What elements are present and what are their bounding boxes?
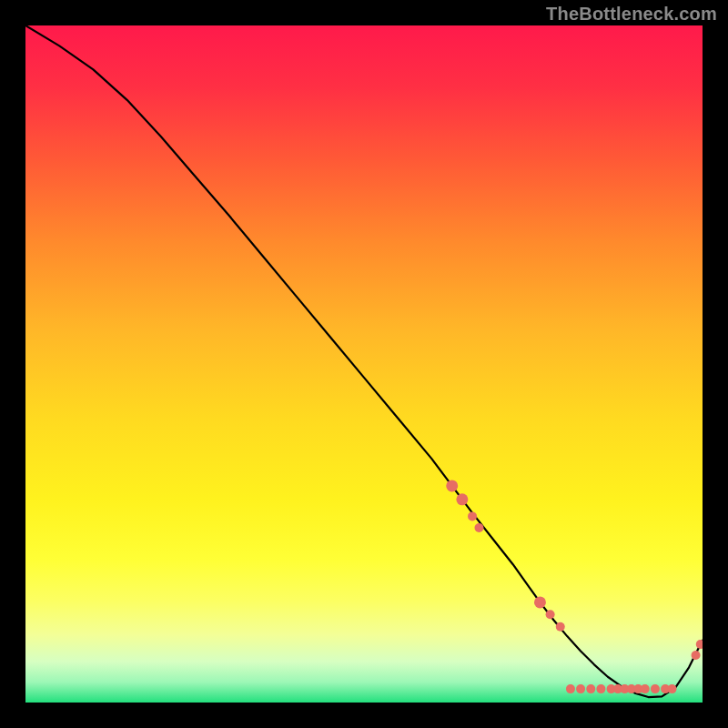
marker-point xyxy=(556,622,565,632)
marker-point xyxy=(586,684,595,693)
marker-point xyxy=(641,684,650,693)
chart-container: TheBottleneck.com xyxy=(0,0,728,728)
gradient-background xyxy=(25,25,703,703)
marker-point xyxy=(651,684,660,693)
watermark-text: TheBottleneck.com xyxy=(546,4,717,25)
marker-point xyxy=(456,493,468,505)
marker-point xyxy=(692,651,701,660)
marker-point xyxy=(468,511,477,521)
marker-point xyxy=(576,684,585,693)
marker-point xyxy=(566,684,575,693)
marker-point xyxy=(446,480,458,491)
chart-svg xyxy=(25,25,703,703)
marker-point xyxy=(596,684,605,693)
marker-point xyxy=(668,684,677,693)
marker-point xyxy=(474,523,483,532)
chart-plot-area xyxy=(25,25,703,703)
marker-point xyxy=(534,596,546,608)
marker-point xyxy=(546,610,555,619)
